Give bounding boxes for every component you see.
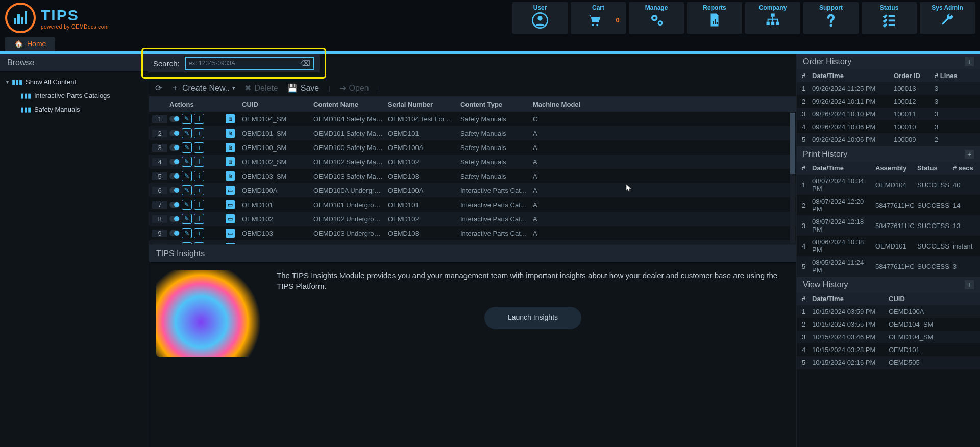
cursor-icon — [626, 184, 632, 192]
edit-button[interactable]: ✎ — [182, 171, 192, 181]
logo[interactable]: TIPS powered by OEMDocs.com — [5, 3, 109, 33]
tab-home[interactable]: 🏠 Home — [5, 37, 55, 51]
row-actions: ✎i — [167, 157, 224, 167]
table-row[interactable]: 3✎i🗎OEMD100_SMOEMD100 Safety ManualOEMD1… — [149, 140, 796, 155]
edit-button[interactable]: ✎ — [182, 128, 192, 138]
info-button[interactable]: i — [194, 142, 204, 153]
tree-show-all[interactable]: ▾ ▮▮▮ Show All Content — [0, 75, 149, 89]
info-button[interactable]: i — [194, 157, 204, 167]
launch-insights-button[interactable]: Launch Insights — [484, 307, 581, 329]
table-row[interactable]: 6✎i▭OEMD100AOEMD100A Undergroun...OEMD10… — [149, 183, 796, 197]
edit-button[interactable]: ✎ — [182, 114, 192, 124]
col-cuid[interactable]: CUID — [240, 101, 311, 108]
order-history-row[interactable]: 409/26/2024 10:06 PM1000103 — [797, 120, 980, 133]
view-history-row[interactable]: 510/15/2024 02:16 PMOEMD505 — [797, 356, 980, 369]
order-history-row[interactable]: 509/26/2024 10:06 PM1000092 — [797, 133, 980, 146]
view-history-row[interactable]: 410/15/2024 03:28 PMOEMD101 — [797, 343, 980, 356]
table-row[interactable]: 1✎i🗎OEMD104_SMOEMD104 Safety ManualOEMD1… — [149, 112, 796, 126]
order-history-row[interactable]: 309/26/2024 10:10 PM1000113 — [797, 108, 980, 120]
edit-button[interactable]: ✎ — [182, 214, 192, 224]
toggle-switch[interactable] — [169, 144, 180, 151]
print-history-row[interactable]: 508/05/2024 11:24 PM58477611HCSUCCESS3 — [797, 256, 980, 277]
toggle-switch[interactable] — [169, 187, 180, 193]
edit-button[interactable]: ✎ — [182, 142, 192, 153]
table-scrollbar[interactable] — [790, 113, 795, 243]
view-history-row[interactable]: 310/15/2024 03:46 PMOEMD104_SM — [797, 331, 980, 343]
col-name[interactable]: Content Name — [311, 101, 386, 108]
print-history-row[interactable]: 208/07/2024 12:20 PM58477611HCSUCCESS14 — [797, 195, 980, 215]
clear-icon[interactable]: ⌫ — [300, 59, 310, 67]
edit-button[interactable]: ✎ — [182, 242, 192, 244]
expand-button[interactable]: + — [965, 150, 974, 159]
toggle-switch[interactable] — [169, 202, 180, 208]
search-input[interactable] — [189, 60, 300, 67]
toggle-switch[interactable] — [169, 216, 180, 222]
table-row[interactable]: 2✎i🗎OEMD101_SMOEMD101 Safety ManualOEMD1… — [149, 126, 796, 140]
info-button[interactable]: i — [194, 228, 204, 238]
nav-company[interactable]: Company — [745, 2, 800, 34]
table-row[interactable]: 5✎i🗎OEMD103_SMOEMD103 Safety ManualOEMD1… — [149, 169, 796, 183]
cell-model: A — [531, 230, 602, 237]
toggle-switch[interactable] — [169, 230, 180, 236]
print-history-row[interactable]: 308/07/2024 12:18 PM58477611HCSUCCESS13 — [797, 215, 980, 236]
order-history-header: # Date/Time Order ID # Lines — [797, 69, 980, 82]
open-button[interactable]: ➜Open — [339, 83, 369, 93]
search-field[interactable]: ⌫ — [185, 57, 314, 70]
order-history-row[interactable]: 109/26/2024 11:25 PM1000133 — [797, 82, 980, 95]
table-row[interactable]: 9✎i▭OEMD103OEMD103 Undergroun...OEMD103I… — [149, 226, 796, 240]
cell-serial: OEMD101 — [386, 201, 458, 209]
order-history-row[interactable]: 209/26/2024 10:11 PM1000123 — [797, 95, 980, 108]
info-button[interactable]: i — [194, 128, 204, 138]
print-history-row[interactable]: 408/06/2024 10:38 PMOEMD101SUCCESSinstan… — [797, 236, 980, 256]
view-history-row[interactable]: 210/15/2024 03:55 PMOEMD104_SM — [797, 318, 980, 331]
create-button[interactable]: ＋Create New..▾ — [171, 83, 235, 93]
cell-type: Safety Manuals — [458, 158, 531, 166]
tree-ipc[interactable]: ▮▮▮ Interactive Parts Catalogs — [0, 89, 149, 103]
org-chart-icon — [764, 12, 781, 31]
doc-type-icon: 🗎 — [224, 157, 240, 166]
nav-reports[interactable]: Reports — [687, 2, 742, 34]
nav-manage[interactable]: Manage — [629, 2, 684, 34]
info-button[interactable]: i — [194, 242, 204, 244]
expand-button[interactable]: + — [965, 57, 974, 66]
nav-status[interactable]: Status — [862, 2, 917, 34]
cell-serial: OEMD101 — [386, 130, 458, 137]
nav-user[interactable]: User — [512, 2, 568, 34]
table-row[interactable]: 7✎i▭OEMD101OEMD101 Undergroun...OEMD101I… — [149, 197, 796, 212]
edit-button[interactable]: ✎ — [182, 228, 192, 238]
cell-serial: OEMD103 — [386, 172, 458, 180]
doc-type-icon: 🗎 — [224, 129, 240, 138]
save-button[interactable]: 💾Save — [287, 83, 319, 93]
toggle-switch[interactable] — [169, 130, 180, 136]
edit-button[interactable]: ✎ — [182, 200, 192, 210]
col-serial[interactable]: Serial Number — [386, 101, 458, 108]
nav-sysadmin[interactable]: Sys Admin — [920, 2, 975, 34]
edit-button[interactable]: ✎ — [182, 157, 192, 167]
table-row[interactable]: 10✎i▭OEMD104OEMD104 Undergroun...OEMD104… — [149, 240, 796, 244]
info-button[interactable]: i — [194, 214, 204, 224]
tree-ipc-label: Interactive Parts Catalogs — [34, 92, 110, 100]
refresh-button[interactable]: ⟳ — [155, 83, 162, 93]
nav-cart[interactable]: Cart 0 — [571, 2, 626, 34]
col-type[interactable]: Content Type — [458, 101, 531, 108]
info-button[interactable]: i — [194, 171, 204, 181]
toggle-switch[interactable] — [169, 173, 180, 179]
print-history-row[interactable]: 108/07/2024 10:34 PMOEMD104SUCCESS40 — [797, 175, 980, 195]
col-actions[interactable]: Actions — [167, 101, 224, 108]
cell-type: Interactive Parts Catalogs — [458, 244, 531, 245]
view-history-row[interactable]: 110/15/2024 03:59 PMOEMD100A — [797, 305, 980, 318]
edit-button[interactable]: ✎ — [182, 185, 192, 195]
delete-button[interactable]: ✖Delete — [244, 83, 278, 93]
table-row[interactable]: 8✎i▭OEMD102OEMD102 Undergroun...OEMD102I… — [149, 212, 796, 226]
refresh-icon: ⟳ — [155, 83, 162, 93]
info-button[interactable]: i — [194, 200, 204, 210]
info-button[interactable]: i — [194, 114, 204, 124]
info-button[interactable]: i — [194, 185, 204, 195]
col-model[interactable]: Machine Model — [531, 101, 602, 108]
tree-sm[interactable]: ▮▮▮ Safety Manuals — [0, 103, 149, 116]
table-row[interactable]: 4✎i🗎OEMD102_SMOEMD102 Safety ManualOEMD1… — [149, 155, 796, 169]
toggle-switch[interactable] — [169, 159, 180, 165]
expand-button[interactable]: + — [965, 280, 974, 289]
nav-support[interactable]: Support — [803, 2, 859, 34]
toggle-switch[interactable] — [169, 116, 180, 122]
